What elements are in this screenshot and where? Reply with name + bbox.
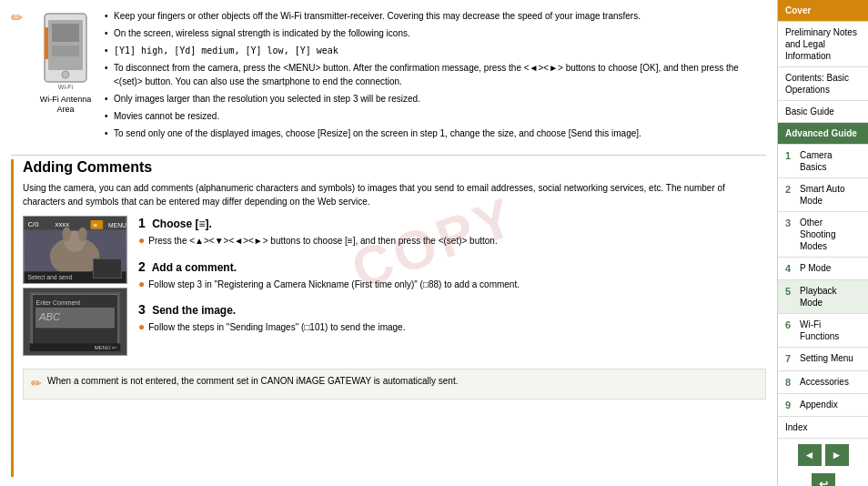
bullet-item-5: Only images larger than the resolution y… — [105, 92, 766, 106]
sidebar-item-advanced-guide[interactable]: Advanced Guide — [778, 123, 868, 145]
adding-comments-section: Adding Comments Using the camera, you ca… — [11, 159, 766, 477]
left-bullet-list: Keep your fingers or other objects off t… — [105, 9, 766, 144]
sidebar-footer: ◄ ► ↩ 102 — [778, 439, 868, 486]
sidebar-item-preliminary[interactable]: Preliminary Notes and Legal Information — [778, 22, 868, 67]
wifi-antenna-label: Wi-Fi Antenna Area — [40, 95, 92, 115]
bullet-item-2: On the screen, wireless signal strength … — [105, 26, 766, 40]
sidebar-item-9[interactable]: 9 Appendix — [778, 394, 868, 417]
step-3-title: 3 Send the image. — [138, 302, 766, 317]
svg-text:MENU ↩: MENU ↩ — [95, 345, 116, 350]
bullet-item-7: To send only one of the displayed images… — [105, 127, 766, 140]
divider — [11, 155, 766, 156]
svg-rect-3 — [52, 24, 79, 42]
sidebar-item-4[interactable]: 4 P Mode — [778, 258, 868, 280]
section-intro: Using the camera, you can add comments (… — [23, 181, 766, 208]
sidebar-label-8: Accessories — [800, 376, 849, 388]
step-2: 2 Add a comment. ● Follow step 3 in "Reg… — [138, 259, 766, 294]
svg-text:MENU ▶: MENU ▶ — [108, 222, 126, 228]
svg-point-13 — [62, 228, 71, 242]
left-panel: ✏ Wi-Fi Wi-Fi Ant — [11, 9, 766, 144]
steps-text-col: 1 Choose [≡]. ● Press the <▲><▼><◄><►> b… — [138, 216, 766, 337]
pencil-icon: ✏ — [11, 9, 23, 144]
sidebar-item-basic-guide[interactable]: Basic Guide — [778, 101, 868, 123]
sidebar-label-4: P Mode — [800, 262, 831, 274]
svg-text:C/0: C/0 — [27, 220, 39, 228]
svg-rect-2 — [45, 27, 48, 59]
svg-text:Wi-Fi: Wi-Fi — [58, 84, 74, 90]
step-2-bullet-1: ● Follow step 3 in "Registering a Camera… — [138, 278, 766, 292]
step-3-desc: ● Follow the steps in "Sending Images" (… — [138, 320, 766, 335]
svg-text:Select and send: Select and send — [27, 274, 72, 280]
sidebar-item-7[interactable]: 7 Setting Menu — [778, 348, 868, 370]
bullet-dot-2: ● — [138, 278, 145, 292]
note-pencil-icon: ✏ — [31, 375, 42, 393]
sidebar-number-5: 5 — [785, 285, 796, 298]
camera-screen-1: C/0 xxxx Sel — [24, 217, 126, 283]
bullet-item-1: Keep your fingers or other objects off t… — [105, 9, 766, 23]
step-3-bullet-1: ● Follow the steps in "Sending Images" (… — [138, 320, 766, 335]
steps-container: C/0 xxxx Sel — [23, 216, 766, 400]
bullet-dot-1: ● — [138, 234, 145, 248]
step-image-2: Enter Comment ABC MENU ↩ — [23, 288, 127, 356]
sidebar-label-9: Appendix — [800, 399, 838, 410]
step-1-bullet-1: ● Press the <▲><▼><◄><►> buttons to choo… — [138, 234, 766, 248]
step-1: 1 Choose [≡]. ● Press the <▲><▼><◄><►> b… — [138, 216, 766, 250]
sidebar-item-5[interactable]: 5 Playback Mode — [778, 280, 868, 314]
svg-text:ABC: ABC — [38, 311, 61, 322]
bullet-item-6: Movies cannot be resized. — [105, 109, 766, 123]
sidebar-number-1: 1 — [785, 149, 796, 162]
sidebar-label-1: Camera Basics — [800, 149, 861, 173]
svg-rect-4 — [52, 46, 79, 56]
sidebar-item-3[interactable]: 3 Other Shooting Modes — [778, 212, 868, 258]
sidebar-number-8: 8 — [785, 376, 796, 389]
sidebar-label-3: Other Shooting Modes — [800, 217, 861, 252]
bullet-item-3: [Y1] high, [Yd] medium, [Y] low, [Y] wea… — [105, 44, 766, 57]
sidebar-label-6: Wi-Fi Functions — [800, 319, 861, 342]
bullet-item-4: To disconnect from the camera, press the… — [105, 61, 766, 88]
nav-buttons: ◄ ► — [798, 444, 849, 466]
note-text: When a comment is not entered, the comme… — [47, 375, 458, 388]
sidebar-label-2: Smart Auto Mode — [800, 183, 861, 207]
sidebar: Cover Preliminary Notes and Legal Inform… — [777, 0, 868, 486]
svg-text:≡: ≡ — [93, 221, 97, 229]
sidebar-number-4: 4 — [785, 262, 796, 275]
wifi-image-area: Wi-Fi Wi-Fi Antenna Area — [34, 9, 97, 144]
sidebar-item-1[interactable]: 1 Camera Basics — [778, 145, 868, 178]
sidebar-label-7: Setting Menu — [800, 352, 853, 364]
svg-text:Enter Comment: Enter Comment — [36, 299, 81, 306]
step-image-1: C/0 xxxx Sel — [23, 216, 127, 284]
step-images-col: C/0 xxxx Sel — [23, 216, 127, 356]
svg-point-14 — [78, 228, 87, 242]
sidebar-item-cover[interactable]: Cover — [778, 0, 868, 22]
sidebar-number-6: 6 — [785, 319, 796, 331]
step-2-title: 2 Add a comment. — [138, 259, 766, 274]
svg-text:xxxx: xxxx — [56, 220, 70, 228]
bullet-dot-3: ● — [138, 320, 145, 335]
next-button[interactable]: ► — [825, 444, 849, 466]
step-3: 3 Send the image. ● Follow the steps in … — [138, 302, 766, 337]
sidebar-number-7: 7 — [785, 352, 796, 365]
sidebar-item-2[interactable]: 2 Smart Auto Mode — [778, 178, 868, 212]
main-content: ✏ Wi-Fi Wi-Fi Ant — [0, 0, 777, 486]
sidebar-item-contents[interactable]: Contents: Basic Operations — [778, 67, 868, 101]
sidebar-item-8[interactable]: 8 Accessories — [778, 371, 868, 394]
svg-point-5 — [62, 71, 69, 78]
sidebar-number-3: 3 — [785, 217, 796, 229]
sidebar-item-6[interactable]: 6 Wi-Fi Functions — [778, 314, 868, 348]
sidebar-number-9: 9 — [785, 399, 796, 411]
wifi-device-illustration: Wi-Fi — [37, 9, 94, 91]
note-box: ✏ When a comment is not entered, the com… — [23, 369, 766, 400]
step-1-desc: ● Press the <▲><▼><◄><►> buttons to choo… — [138, 234, 766, 248]
home-button[interactable]: ↩ — [812, 473, 835, 486]
step-2-desc: ● Follow step 3 in "Registering a Camera… — [138, 278, 766, 292]
section-title: Adding Comments — [23, 159, 766, 176]
sidebar-item-index[interactable]: Index — [778, 417, 868, 439]
prev-button[interactable]: ◄ — [798, 444, 822, 466]
sidebar-number-2: 2 — [785, 183, 796, 196]
step-1-title: 1 Choose [≡]. — [138, 216, 766, 230]
sidebar-label-5: Playback Mode — [800, 285, 861, 309]
camera-screen-2: Enter Comment ABC MENU ↩ — [24, 289, 126, 355]
